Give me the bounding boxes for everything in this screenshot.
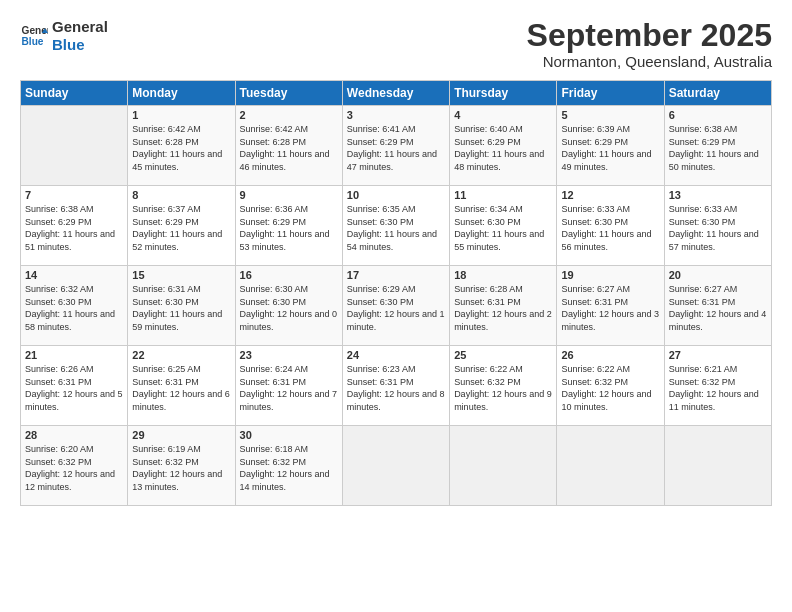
header-day: Thursday: [450, 81, 557, 106]
sunrise: Sunrise: 6:23 AM: [347, 363, 445, 376]
sunset: Sunset: 6:30 PM: [25, 296, 123, 309]
calendar-week: 7Sunrise: 6:38 AMSunset: 6:29 PMDaylight…: [21, 186, 772, 266]
day-info: Sunrise: 6:33 AMSunset: 6:30 PMDaylight:…: [561, 203, 659, 253]
day-info: Sunrise: 6:19 AMSunset: 6:32 PMDaylight:…: [132, 443, 230, 493]
daylight: Daylight: 11 hours and 55 minutes.: [454, 228, 552, 253]
calendar-week: 1Sunrise: 6:42 AMSunset: 6:28 PMDaylight…: [21, 106, 772, 186]
sunset: Sunset: 6:30 PM: [669, 216, 767, 229]
day-info: Sunrise: 6:41 AMSunset: 6:29 PMDaylight:…: [347, 123, 445, 173]
calendar-cell: 8Sunrise: 6:37 AMSunset: 6:29 PMDaylight…: [128, 186, 235, 266]
calendar-cell: 17Sunrise: 6:29 AMSunset: 6:30 PMDayligh…: [342, 266, 449, 346]
daylight: Daylight: 11 hours and 50 minutes.: [669, 148, 767, 173]
header-day: Saturday: [664, 81, 771, 106]
sunrise: Sunrise: 6:42 AM: [240, 123, 338, 136]
day-info: Sunrise: 6:42 AMSunset: 6:28 PMDaylight:…: [240, 123, 338, 173]
daylight: Daylight: 11 hours and 56 minutes.: [561, 228, 659, 253]
sunrise: Sunrise: 6:30 AM: [240, 283, 338, 296]
day-info: Sunrise: 6:27 AMSunset: 6:31 PMDaylight:…: [561, 283, 659, 333]
daylight: Daylight: 11 hours and 49 minutes.: [561, 148, 659, 173]
calendar-cell: 3Sunrise: 6:41 AMSunset: 6:29 PMDaylight…: [342, 106, 449, 186]
day-number: 26: [561, 349, 659, 361]
day-number: 20: [669, 269, 767, 281]
sunrise: Sunrise: 6:33 AM: [669, 203, 767, 216]
header-day: Monday: [128, 81, 235, 106]
sunset: Sunset: 6:31 PM: [240, 376, 338, 389]
calendar-cell: 14Sunrise: 6:32 AMSunset: 6:30 PMDayligh…: [21, 266, 128, 346]
daylight: Daylight: 12 hours and 11 minutes.: [669, 388, 767, 413]
sunset: Sunset: 6:32 PM: [240, 456, 338, 469]
day-number: 12: [561, 189, 659, 201]
daylight: Daylight: 12 hours and 1 minute.: [347, 308, 445, 333]
logo-icon: General Blue: [20, 22, 48, 50]
day-info: Sunrise: 6:30 AMSunset: 6:30 PMDaylight:…: [240, 283, 338, 333]
sunrise: Sunrise: 6:21 AM: [669, 363, 767, 376]
day-number: 8: [132, 189, 230, 201]
daylight: Daylight: 11 hours and 54 minutes.: [347, 228, 445, 253]
sunrise: Sunrise: 6:34 AM: [454, 203, 552, 216]
sunset: Sunset: 6:31 PM: [25, 376, 123, 389]
calendar-week: 21Sunrise: 6:26 AMSunset: 6:31 PMDayligh…: [21, 346, 772, 426]
sunrise: Sunrise: 6:31 AM: [132, 283, 230, 296]
title-block: September 2025 Normanton, Queensland, Au…: [527, 18, 772, 70]
day-info: Sunrise: 6:21 AMSunset: 6:32 PMDaylight:…: [669, 363, 767, 413]
sunset: Sunset: 6:31 PM: [132, 376, 230, 389]
daylight: Daylight: 12 hours and 3 minutes.: [561, 308, 659, 333]
day-number: 1: [132, 109, 230, 121]
sunset: Sunset: 6:28 PM: [240, 136, 338, 149]
day-number: 4: [454, 109, 552, 121]
header-day: Sunday: [21, 81, 128, 106]
day-number: 29: [132, 429, 230, 441]
calendar-cell: 5Sunrise: 6:39 AMSunset: 6:29 PMDaylight…: [557, 106, 664, 186]
sunset: Sunset: 6:28 PM: [132, 136, 230, 149]
day-info: Sunrise: 6:42 AMSunset: 6:28 PMDaylight:…: [132, 123, 230, 173]
sunset: Sunset: 6:32 PM: [132, 456, 230, 469]
sunrise: Sunrise: 6:28 AM: [454, 283, 552, 296]
sunset: Sunset: 6:30 PM: [240, 296, 338, 309]
day-info: Sunrise: 6:22 AMSunset: 6:32 PMDaylight:…: [454, 363, 552, 413]
day-info: Sunrise: 6:22 AMSunset: 6:32 PMDaylight:…: [561, 363, 659, 413]
calendar-cell: 26Sunrise: 6:22 AMSunset: 6:32 PMDayligh…: [557, 346, 664, 426]
sunrise: Sunrise: 6:27 AM: [561, 283, 659, 296]
daylight: Daylight: 12 hours and 5 minutes.: [25, 388, 123, 413]
calendar-cell: 21Sunrise: 6:26 AMSunset: 6:31 PMDayligh…: [21, 346, 128, 426]
sunrise: Sunrise: 6:19 AM: [132, 443, 230, 456]
sunrise: Sunrise: 6:25 AM: [132, 363, 230, 376]
sunrise: Sunrise: 6:38 AM: [669, 123, 767, 136]
daylight: Daylight: 12 hours and 2 minutes.: [454, 308, 552, 333]
logo: General Blue General Blue: [20, 18, 108, 54]
day-number: 7: [25, 189, 123, 201]
svg-text:Blue: Blue: [22, 36, 44, 47]
sunset: Sunset: 6:32 PM: [561, 376, 659, 389]
day-info: Sunrise: 6:36 AMSunset: 6:29 PMDaylight:…: [240, 203, 338, 253]
sunset: Sunset: 6:32 PM: [454, 376, 552, 389]
daylight: Daylight: 11 hours and 47 minutes.: [347, 148, 445, 173]
calendar-week: 14Sunrise: 6:32 AMSunset: 6:30 PMDayligh…: [21, 266, 772, 346]
sunrise: Sunrise: 6:32 AM: [25, 283, 123, 296]
calendar-week: 28Sunrise: 6:20 AMSunset: 6:32 PMDayligh…: [21, 426, 772, 506]
sunrise: Sunrise: 6:20 AM: [25, 443, 123, 456]
day-number: 18: [454, 269, 552, 281]
daylight: Daylight: 12 hours and 7 minutes.: [240, 388, 338, 413]
day-info: Sunrise: 6:26 AMSunset: 6:31 PMDaylight:…: [25, 363, 123, 413]
sunset: Sunset: 6:29 PM: [240, 216, 338, 229]
sunrise: Sunrise: 6:22 AM: [561, 363, 659, 376]
sunset: Sunset: 6:30 PM: [454, 216, 552, 229]
calendar-cell: [342, 426, 449, 506]
calendar-cell: 30Sunrise: 6:18 AMSunset: 6:32 PMDayligh…: [235, 426, 342, 506]
day-number: 11: [454, 189, 552, 201]
day-number: 21: [25, 349, 123, 361]
daylight: Daylight: 11 hours and 57 minutes.: [669, 228, 767, 253]
sunrise: Sunrise: 6:37 AM: [132, 203, 230, 216]
sunrise: Sunrise: 6:40 AM: [454, 123, 552, 136]
sunset: Sunset: 6:29 PM: [669, 136, 767, 149]
sunrise: Sunrise: 6:26 AM: [25, 363, 123, 376]
header: General Blue General Blue September 2025…: [20, 18, 772, 70]
header-day: Tuesday: [235, 81, 342, 106]
day-info: Sunrise: 6:29 AMSunset: 6:30 PMDaylight:…: [347, 283, 445, 333]
daylight: Daylight: 11 hours and 51 minutes.: [25, 228, 123, 253]
sunrise: Sunrise: 6:36 AM: [240, 203, 338, 216]
sunset: Sunset: 6:30 PM: [347, 296, 445, 309]
calendar-cell: 18Sunrise: 6:28 AMSunset: 6:31 PMDayligh…: [450, 266, 557, 346]
calendar-cell: 4Sunrise: 6:40 AMSunset: 6:29 PMDaylight…: [450, 106, 557, 186]
daylight: Daylight: 12 hours and 13 minutes.: [132, 468, 230, 493]
